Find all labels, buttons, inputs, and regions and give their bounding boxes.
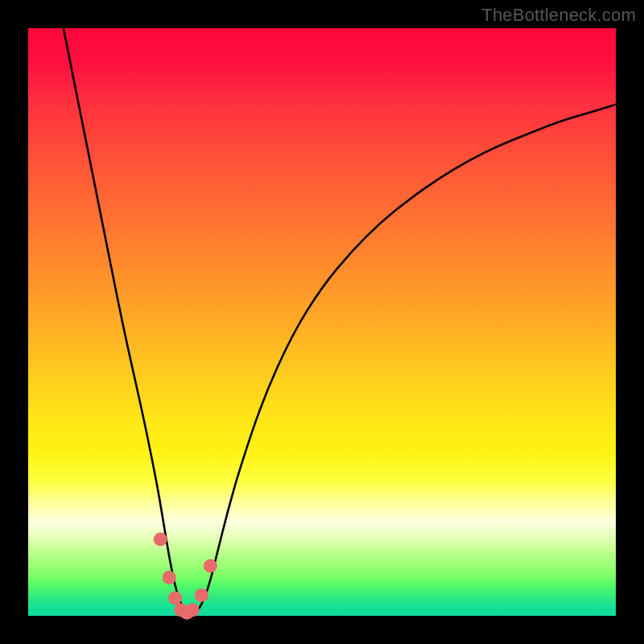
- highlight-dot: [195, 588, 208, 602]
- highlight-dot: [154, 533, 167, 547]
- highlight-dot: [186, 603, 200, 617]
- highlight-dots-group: [154, 533, 217, 620]
- highlight-dot: [163, 571, 176, 584]
- watermark-text: TheBottleneck.com: [481, 5, 636, 26]
- highlight-dot: [168, 592, 182, 605]
- highlight-dot: [204, 559, 217, 572]
- bottleneck-curve-path: [64, 28, 616, 616]
- chart-frame: TheBottleneck.com: [0, 0, 644, 644]
- plot-area: [28, 28, 616, 616]
- bottleneck-curve-svg: [28, 28, 616, 616]
